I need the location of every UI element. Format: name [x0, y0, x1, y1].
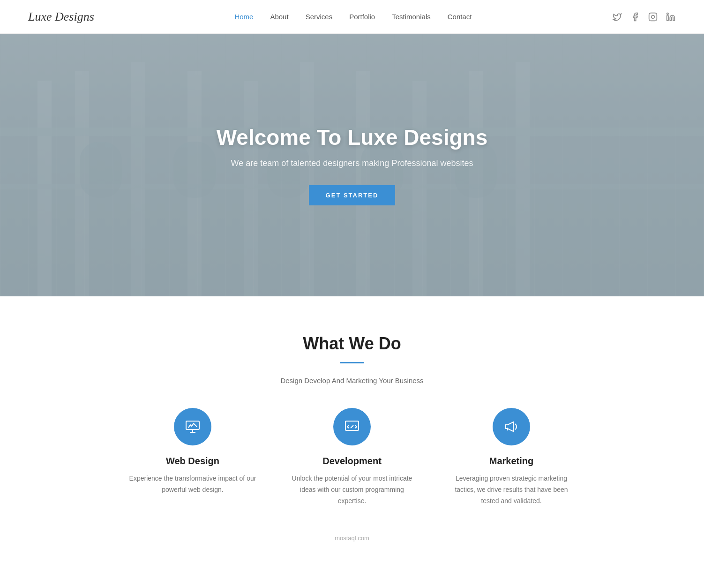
social-links — [612, 12, 676, 22]
hero-content: Welcome To Luxe Designs We are team of t… — [198, 125, 507, 205]
hero-title: Welcome To Luxe Designs — [217, 125, 488, 150]
webdesign-icon — [184, 418, 201, 435]
navbar: Luxe Designs Home About Services Portfol… — [0, 0, 704, 34]
services-section: What We Do Design Develop And Marketing … — [0, 296, 704, 535]
nav-about[interactable]: About — [270, 13, 288, 21]
service-card-webdesign: Web Design Experience the transformative… — [127, 408, 258, 506]
svg-rect-0 — [649, 13, 657, 21]
marketing-desc: Leveraging proven strategic marketing ta… — [446, 473, 577, 506]
development-icon — [344, 418, 360, 435]
facebook-icon[interactable] — [630, 12, 640, 22]
nav-home[interactable]: Home — [234, 13, 253, 21]
webdesign-desc: Experience the transformative impact of … — [127, 473, 258, 496]
section-divider — [340, 362, 364, 363]
brand-logo[interactable]: Luxe Designs — [28, 10, 94, 24]
nav-links: Home About Services Portfolio Testimonia… — [234, 13, 472, 21]
nav-contact[interactable]: Contact — [448, 13, 472, 21]
svg-point-3 — [667, 13, 668, 14]
development-icon-circle — [333, 408, 371, 445]
svg-rect-2 — [667, 15, 668, 20]
services-subtitle: Design Develop And Marketing Your Busine… — [28, 377, 676, 384]
services-title: What We Do — [28, 334, 676, 354]
development-name: Development — [286, 456, 418, 467]
webdesign-icon-circle — [174, 408, 211, 445]
services-grid: Web Design Experience the transformative… — [28, 408, 676, 506]
nav-services[interactable]: Services — [306, 13, 333, 21]
development-desc: Unlock the potential of your most intric… — [286, 473, 418, 506]
svg-line-26 — [351, 425, 353, 428]
service-card-marketing: Marketing Leveraging proven strategic ma… — [446, 408, 577, 506]
twitter-icon[interactable] — [612, 12, 622, 22]
linkedin-icon[interactable] — [666, 12, 676, 22]
marketing-icon — [503, 418, 520, 435]
hero-section: Welcome To Luxe Designs We are team of t… — [0, 34, 704, 296]
get-started-button[interactable]: GET STARTED — [309, 185, 396, 205]
marketing-name: Marketing — [446, 456, 577, 467]
instagram-icon[interactable] — [648, 12, 658, 22]
nav-portfolio[interactable]: Portfolio — [349, 13, 375, 21]
service-card-development: Development Unlock the potential of your… — [286, 408, 418, 506]
hero-subtitle: We are team of talented designers making… — [217, 158, 488, 168]
marketing-icon-circle — [493, 408, 530, 445]
watermark: mostaql.com — [0, 535, 704, 551]
nav-testimonials[interactable]: Testimonials — [392, 13, 431, 21]
webdesign-name: Web Design — [127, 456, 258, 467]
svg-rect-25 — [345, 421, 359, 430]
